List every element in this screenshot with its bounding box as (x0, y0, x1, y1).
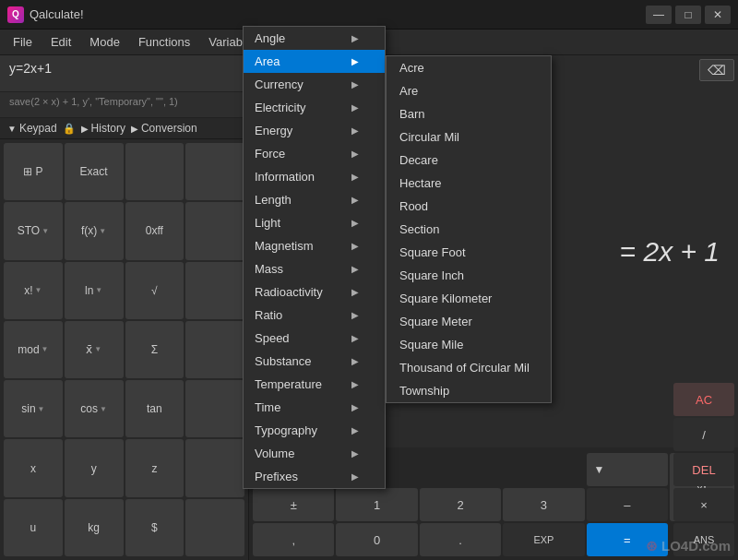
conversion-toggle[interactable]: ▶ Conversion (131, 122, 197, 135)
expression-line2: save(2 × x) + 1, y', "Temporary", "", 1) (0, 92, 248, 118)
numpad-empty5[interactable]: ▼ (587, 453, 668, 486)
information-submenu-arrow: ▶ (351, 172, 359, 182)
key-empty5[interactable] (185, 321, 244, 378)
area-square-meter[interactable]: Square Meter (387, 310, 551, 333)
key-x[interactable]: x (4, 439, 63, 496)
key-u[interactable]: u (4, 499, 63, 556)
keypad-arrow-icon: ▼ (7, 124, 17, 134)
units-energy[interactable]: Energy ▶ (244, 119, 385, 142)
key-dollar[interactable]: $ (125, 499, 184, 556)
key-y[interactable]: y (65, 439, 124, 496)
numpad-comma[interactable]: , (253, 523, 334, 556)
area-submenu[interactable]: Acre Are Barn Circular Mil Decare Hectar… (386, 55, 552, 403)
key-mod[interactable]: mod ▼ (4, 321, 63, 378)
units-electricity[interactable]: Electricity ▶ (244, 96, 385, 119)
area-decare[interactable]: Decare (387, 149, 551, 172)
units-prefixes[interactable]: Prefixes ▶ (244, 465, 385, 488)
units-information[interactable]: Information ▶ (244, 165, 385, 188)
area-township[interactable]: Township (387, 379, 551, 402)
area-square-kilometer[interactable]: Square Kilometer (387, 287, 551, 310)
menu-file[interactable]: File (4, 31, 42, 53)
numpad-del[interactable]: DEL (673, 453, 734, 486)
units-menu[interactable]: Angle ▶ Area ▶ Currency ▶ Electricity ▶ … (243, 26, 386, 489)
numpad-ac[interactable]: AC (673, 383, 734, 416)
key-empty6[interactable] (185, 380, 244, 437)
units-speed[interactable]: Speed ▶ (244, 327, 385, 350)
units-volume[interactable]: Volume ▶ (244, 442, 385, 465)
units-typography[interactable]: Typography ▶ (244, 419, 385, 442)
area-square-foot[interactable]: Square Foot (387, 241, 551, 264)
key-sqrt[interactable]: √ (125, 262, 184, 319)
units-length[interactable]: Length ▶ (244, 188, 385, 211)
maximize-button[interactable]: □ (675, 6, 701, 24)
time-submenu-arrow: ▶ (351, 402, 359, 412)
key-sto[interactable]: STO ▼ (4, 202, 63, 259)
key-z[interactable]: z (125, 439, 184, 496)
numpad-divide[interactable]: / (673, 418, 734, 451)
typography-submenu-arrow: ▶ (351, 425, 359, 435)
minimize-button[interactable]: — (646, 6, 672, 24)
numpad-minus[interactable]: – (587, 488, 668, 521)
volume-submenu-arrow: ▶ (351, 448, 359, 459)
area-rood[interactable]: Rood (387, 195, 551, 218)
conversion-label: Conversion (141, 122, 197, 135)
key-exact[interactable]: Exact (65, 143, 124, 200)
units-magnetism[interactable]: Magnetism ▶ (244, 234, 385, 257)
numpad-multiply[interactable]: × (673, 488, 734, 521)
key-factorial[interactable]: x! ▼ (4, 262, 63, 319)
left-panel: y=2x+1 save(2 × x) + 1, y', "Temporary",… (0, 55, 249, 560)
key-empty3[interactable] (185, 202, 244, 259)
area-circular-mil[interactable]: Circular Mil (387, 125, 551, 149)
units-radioactivity[interactable]: Radioactivity ▶ (244, 280, 385, 304)
area-acre[interactable]: Acre (387, 56, 551, 79)
key-cos[interactable]: cos ▼ (65, 380, 124, 437)
units-temperature[interactable]: Temperature ▶ (244, 373, 385, 396)
key-empty7[interactable] (185, 439, 244, 496)
numpad-0[interactable]: 0 (336, 523, 417, 556)
numpad-exp[interactable]: EXP (503, 523, 584, 556)
key-p[interactable]: ⊞ P (4, 143, 63, 200)
numpad-dot[interactable]: . (420, 523, 501, 556)
backspace-button[interactable]: ⌫ (699, 59, 734, 81)
area-section[interactable]: Section (387, 218, 551, 241)
key-ln[interactable]: ln ▼ (65, 262, 124, 319)
key-kg[interactable]: kg (65, 499, 124, 556)
key-empty8[interactable] (185, 499, 244, 556)
units-area[interactable]: Area ▶ (244, 50, 385, 73)
watermark: ⊛ LO4D.com (646, 538, 731, 554)
key-sigma[interactable]: Σ (125, 321, 184, 378)
key-empty4[interactable] (185, 262, 244, 319)
key-sin[interactable]: sin ▼ (4, 380, 63, 437)
key-empty1[interactable] (125, 143, 184, 200)
key-fx[interactable]: f(x) ▼ (65, 202, 124, 259)
units-force[interactable]: Force ▶ (244, 142, 385, 165)
key-xbar[interactable]: x̄ ▼ (65, 321, 124, 378)
area-barn[interactable]: Barn (387, 102, 551, 125)
units-angle[interactable]: Angle ▶ (244, 27, 385, 50)
history-toggle[interactable]: ▶ History (81, 122, 125, 135)
close-button[interactable]: ✕ (705, 6, 731, 24)
area-are[interactable]: Are (387, 79, 551, 102)
units-light[interactable]: Light ▶ (244, 211, 385, 234)
menu-edit[interactable]: Edit (42, 31, 80, 53)
units-currency[interactable]: Currency ▶ (244, 73, 385, 96)
key-tan[interactable]: tan (125, 380, 184, 437)
key-empty2[interactable] (185, 143, 244, 200)
keypad-grid: ⊞ P Exact STO ▼ f(x) ▼ 0xff x! ▼ ln ▼ √ … (0, 139, 248, 560)
area-thousand-circular-mil[interactable]: Thousand of Circular Mil (387, 356, 551, 379)
units-mass[interactable]: Mass ▶ (244, 257, 385, 280)
units-time[interactable]: Time ▶ (244, 396, 385, 419)
menu-mode[interactable]: Mode (80, 31, 129, 53)
numpad-1[interactable]: 1 (336, 488, 417, 521)
area-square-mile[interactable]: Square Mile (387, 333, 551, 356)
numpad-3[interactable]: 3 (503, 488, 584, 521)
keypad-toggle[interactable]: ▼ Keypad (7, 122, 57, 135)
units-substance[interactable]: Substance ▶ (244, 350, 385, 373)
key-0xff[interactable]: 0xff (125, 202, 184, 259)
numpad-plusminus[interactable]: ± (253, 488, 334, 521)
units-ratio[interactable]: Ratio ▶ (244, 304, 385, 327)
area-hectare[interactable]: Hectare (387, 172, 551, 195)
area-square-inch[interactable]: Square Inch (387, 264, 551, 287)
menu-functions[interactable]: Functions (129, 31, 199, 53)
numpad-2[interactable]: 2 (420, 488, 501, 521)
